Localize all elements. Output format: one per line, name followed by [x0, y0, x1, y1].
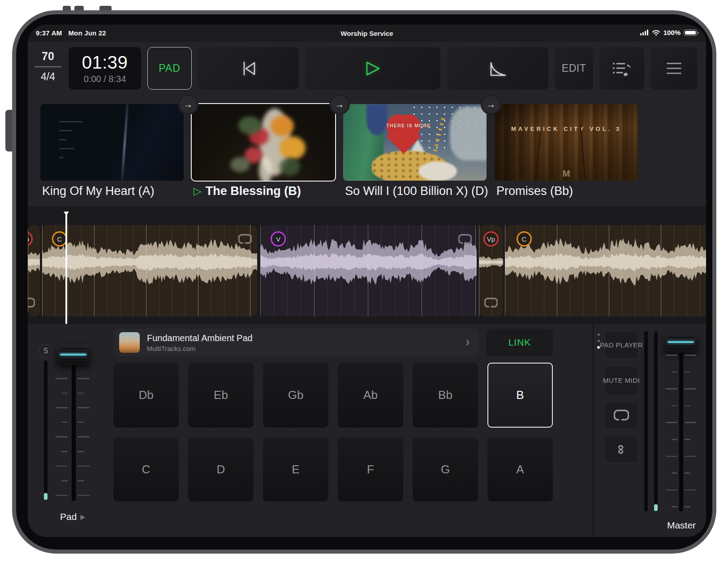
song-section[interactable]: C	[42, 225, 257, 316]
link-button[interactable]: LINK	[486, 329, 553, 356]
solo-button[interactable]: S	[39, 344, 52, 358]
arrow-glyph: →	[487, 100, 495, 110]
song-position: 0:00 / 8:34	[84, 74, 126, 84]
key-pad[interactable]: A	[487, 437, 553, 502]
fader-tick	[666, 422, 677, 423]
song-section[interactable]: C	[505, 225, 706, 316]
solo-label: S	[43, 347, 48, 355]
fader-tick	[672, 506, 677, 507]
key-pad[interactable]: G	[413, 437, 478, 502]
fader-tick	[56, 378, 68, 379]
fader-tick	[666, 456, 677, 457]
song-title[interactable]: ▷The Blessing (B)	[194, 184, 301, 198]
advance-arrow-icon[interactable]: →	[180, 96, 197, 113]
beat-gridlines	[260, 225, 477, 316]
song-section[interactable]: V	[260, 225, 477, 316]
fader-tick	[78, 480, 84, 481]
tempo-display[interactable]: 70 4/4	[34, 50, 62, 83]
fader-tick	[685, 405, 690, 407]
time-signature: 4/4	[34, 71, 62, 83]
key-pad[interactable]: B	[487, 363, 553, 428]
master-meter-left	[644, 331, 648, 511]
key-pad[interactable]: C	[113, 437, 179, 502]
pad-fader-handle[interactable]	[56, 344, 90, 365]
song-title[interactable]: King Of My Heart (A)	[42, 184, 155, 198]
song-card[interactable]: MAVERICK CITY VOL. 3M	[495, 104, 638, 181]
section-loop-icon[interactable]	[484, 298, 498, 309]
key-pad[interactable]: Db	[113, 363, 179, 428]
song-card[interactable]	[40, 104, 184, 181]
skip-back-button[interactable]	[198, 47, 299, 90]
fader-tick	[78, 407, 90, 408]
pad-player-mode-button[interactable]: PAD PLAYER	[605, 332, 638, 358]
key-pad-label: B	[516, 388, 524, 402]
now-playing-icon: ▷	[194, 185, 202, 197]
time-display[interactable]: 01:39 0:00 / 8:34	[69, 47, 141, 90]
section-label: Vp	[487, 235, 495, 243]
beat-gridlines	[505, 225, 706, 316]
song-title[interactable]: So Will I (100 Billion X) (D)	[345, 184, 488, 198]
mute-midi-button[interactable]: MUTE MIDI	[605, 367, 638, 394]
fader-tick	[672, 405, 677, 407]
song-title[interactable]: Promises (Bb)	[496, 184, 573, 198]
section-loop-icon[interactable]	[238, 234, 252, 246]
key-pad[interactable]: Gb	[263, 363, 328, 428]
song-title-text: King Of My Heart (A)	[42, 184, 155, 198]
playhead[interactable]	[65, 212, 67, 324]
section-badge[interactable]: C	[52, 231, 67, 247]
pad-source-row[interactable]: Fundamental Ambient Pad MultiTracks.com …	[113, 329, 479, 356]
song-section[interactable]: Vp	[28, 225, 40, 316]
key-pad[interactable]: Ab	[338, 363, 403, 428]
battery-percent: 100%	[663, 29, 681, 36]
ipad-mockup: { "colors": {"accent_green": "#30d158", …	[0, 0, 728, 563]
fade-icon	[487, 59, 509, 78]
menu-button[interactable]	[650, 47, 697, 90]
advance-arrow-icon[interactable]: →	[331, 96, 348, 113]
pad-fader-track[interactable]	[72, 345, 76, 501]
art-text-line	[59, 148, 74, 149]
key-pad[interactable]: F	[338, 437, 403, 502]
play-button[interactable]	[305, 47, 440, 90]
section-badge[interactable]: V	[271, 231, 286, 247]
pad-player-mode-label: PAD PLAYER	[600, 341, 643, 350]
fader-tick	[685, 372, 690, 373]
elapsed-time: 01:39	[82, 52, 128, 73]
key-pad[interactable]: Eb	[188, 363, 254, 428]
section-loop-icon[interactable]	[458, 234, 472, 246]
fader-tick	[666, 388, 677, 390]
loop-button[interactable]	[605, 403, 638, 428]
key-pad-label: Gb	[288, 388, 304, 402]
section-loop-icon[interactable]	[28, 298, 35, 309]
song-section[interactable]: Vp	[479, 225, 503, 316]
key-pad-label: F	[367, 463, 374, 476]
key-pad[interactable]: D	[188, 437, 254, 502]
fader-tick	[78, 495, 90, 496]
master-fader-handle[interactable]	[664, 333, 698, 353]
channel-arrow-icon: ▶	[80, 513, 85, 520]
edit-label: EDIT	[562, 62, 586, 74]
art-cloud	[450, 107, 487, 160]
key-pad[interactable]: E	[263, 437, 328, 502]
key-pad-label: Bb	[438, 388, 452, 402]
advance-arrow-icon[interactable]: →	[482, 96, 500, 113]
fader-tick	[685, 388, 696, 390]
art-logo-mark: M	[495, 169, 638, 179]
fader-tick	[685, 456, 696, 457]
pad-toggle-button[interactable]: PAD	[147, 47, 192, 90]
edit-button[interactable]: EDIT	[555, 47, 593, 90]
song-card[interactable]: THERE IS MORE	[343, 104, 487, 181]
key-pad[interactable]: Bb	[413, 363, 478, 428]
art-light-streak	[121, 104, 129, 181]
song-card[interactable]	[192, 104, 335, 181]
setlist-button[interactable]	[599, 47, 644, 90]
tempo-bpm: 70	[34, 50, 62, 63]
section-badge[interactable]: C	[517, 231, 532, 247]
album-art	[192, 104, 335, 181]
infinite-loop-button[interactable]: ∞	[605, 437, 638, 462]
fade-button[interactable]	[447, 47, 548, 90]
fader-tick	[685, 355, 696, 356]
master-fader-track[interactable]	[679, 333, 683, 511]
fader-tick	[78, 451, 84, 452]
section-badge[interactable]: Vp	[483, 231, 499, 247]
fader-tick	[78, 436, 90, 437]
